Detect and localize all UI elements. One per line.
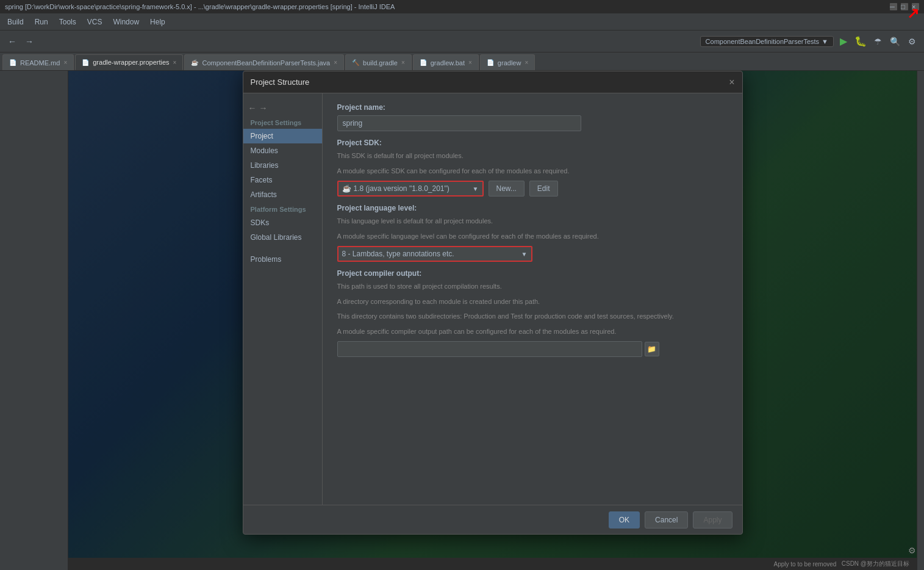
sidebar-nav-back[interactable]: ← <box>248 103 257 113</box>
compiler-label: Project compiler output: <box>337 269 728 278</box>
status-be-removed-text: to be removed <box>797 561 836 568</box>
sdk-new-btn[interactable]: New... <box>489 181 525 197</box>
tab-readme-label: README.md <box>20 59 60 67</box>
compiler-desc4: A module specific compiler output path c… <box>337 326 728 337</box>
tab-readme[interactable]: 📄 README.md × <box>2 54 74 70</box>
dialog-footer: OK Cancel Apply <box>243 505 742 534</box>
dialog-overlay: Project Structure × ← → Project Settings… <box>68 71 917 570</box>
tab-gradle-wrapper[interactable]: 📄 gradle-wrapper.properties × <box>75 54 183 70</box>
main-layout: Project Structure × ← → Project Settings… <box>0 71 924 570</box>
debug-btn[interactable]: 🐛 <box>853 34 868 49</box>
folder-icon: 📁 <box>647 345 656 353</box>
section-project-settings-label: Project Settings <box>243 115 322 129</box>
search-btn[interactable]: 🔍 <box>887 34 902 49</box>
tab-gradlew-icon: 📄 <box>487 59 494 66</box>
lang-level-label: Project language level: <box>337 204 728 212</box>
settings-gear-icon[interactable]: ⚙ <box>908 546 917 555</box>
title-text: spring [D:\workDir\work-space\practice\s… <box>5 3 395 10</box>
nav-arrows: ← → <box>243 101 322 115</box>
sidebar-item-problems[interactable]: Problems <box>243 252 322 267</box>
status-to-text: to <box>790 561 795 568</box>
run-config-chevron-icon: ▼ <box>822 38 828 45</box>
sdk-dropdown[interactable]: ☕ 1.8 (java version "1.8.0_201") ▼ <box>337 181 484 197</box>
sidebar-item-sdks[interactable]: SDKs <box>243 215 322 230</box>
tab-gradlew[interactable]: 📄 gradlew × <box>480 54 535 70</box>
sdk-edit-btn[interactable]: Edit <box>529 181 558 197</box>
sdk-icon: ☕ <box>342 184 351 193</box>
tab-build-gradle-icon: 🔨 <box>352 59 359 66</box>
watermark-text: CSDN @努力的猫近目标 <box>842 560 909 568</box>
compiler-output-input[interactable] <box>337 341 642 357</box>
tab-gradlew-close[interactable]: × <box>525 59 528 66</box>
dialog-titlebar: Project Structure × <box>243 71 742 93</box>
sdk-value: 1.8 (java version "1.8.0_201") <box>354 184 449 193</box>
dialog-content: Project name: Project SDK: This SDK is d… <box>323 93 742 505</box>
menu-bar: Build Run Tools VCS Window Help <box>0 13 924 31</box>
tab-readme-icon: 📄 <box>9 59 16 66</box>
lang-desc1: This language level is default for all p… <box>337 216 728 226</box>
coverage-btn[interactable]: ☂ <box>870 34 885 49</box>
tab-gradlew-bat-close[interactable]: × <box>468 59 472 66</box>
tab-component-bean-close[interactable]: × <box>334 59 337 66</box>
tab-readme-close[interactable]: × <box>63 59 67 66</box>
run-btn[interactable]: ▶ <box>836 34 851 49</box>
run-config-label: ComponentBeanDefinitionParserTests <box>706 38 820 45</box>
run-config-selector[interactable]: ComponentBeanDefinitionParserTests ▼ <box>700 36 834 47</box>
tab-build-gradle-close[interactable]: × <box>401 59 405 66</box>
dialog-body: ← → Project Settings Project Modules Lib… <box>243 93 742 505</box>
left-sidebar <box>0 71 68 570</box>
project-name-input[interactable] <box>337 115 581 131</box>
menu-help[interactable]: Help <box>145 16 170 27</box>
ok-btn[interactable]: OK <box>609 511 640 529</box>
sidebar-nav-fwd[interactable]: → <box>259 103 268 113</box>
editor-area: Project Structure × ← → Project Settings… <box>68 71 917 570</box>
compiler-output-folder-btn[interactable]: 📁 <box>645 342 659 356</box>
status-apply-text: Apply <box>774 561 789 568</box>
status-area: Apply to to be removed CSDN @努力的猫近目标 <box>68 558 917 570</box>
menu-window[interactable]: Window <box>108 16 144 27</box>
compiler-desc1: This path is used to store all project c… <box>337 281 728 292</box>
minimize-btn[interactable]: ─ <box>890 3 897 10</box>
tab-gradlew-bat-icon: 📄 <box>420 59 427 66</box>
apply-btn[interactable]: Apply <box>693 511 732 529</box>
tab-gradle-wrapper-label: gradle-wrapper.properties <box>93 59 169 66</box>
sdk-row: ☕ 1.8 (java version "1.8.0_201") ▼ New..… <box>337 181 728 197</box>
project-structure-dialog: Project Structure × ← → Project Settings… <box>243 71 743 535</box>
lang-level-value: 8 - Lambdas, type annotations etc. <box>342 250 454 258</box>
tab-gradlew-bat-label: gradlew.bat <box>431 59 465 67</box>
sdk-chevron-icon: ▼ <box>473 186 479 192</box>
cancel-btn[interactable]: Cancel <box>645 511 688 529</box>
menu-build[interactable]: Build <box>2 16 29 27</box>
tab-gradle-wrapper-icon: 📄 <box>82 59 89 66</box>
tab-component-bean[interactable]: ☕ ComponentBeanDefinitionParserTests.jav… <box>184 54 344 70</box>
section-platform-settings-label: Platform Settings <box>243 202 322 215</box>
project-name-label: Project name: <box>337 103 728 112</box>
title-bar: spring [D:\workDir\work-space\practice\s… <box>0 0 924 13</box>
toolbar: ← → ComponentBeanDefinitionParserTests ▼… <box>0 31 924 52</box>
lang-level-dropdown[interactable]: 8 - Lambdas, type annotations etc. ▼ <box>337 246 532 262</box>
tab-gradlew-label: gradlew <box>498 59 521 67</box>
sidebar-item-artifacts[interactable]: Artifacts <box>243 187 322 202</box>
lang-desc2: A module specific language level can be … <box>337 231 728 242</box>
compiler-output-row: 📁 <box>337 341 728 357</box>
dialog-close-btn[interactable]: × <box>729 77 734 88</box>
sidebar-item-modules[interactable]: Modules <box>243 143 322 158</box>
sdk-desc2: A module specific SDK can be configured … <box>337 166 728 176</box>
sidebar-item-facets[interactable]: Facets <box>243 173 322 187</box>
sidebar-item-project[interactable]: Project <box>243 129 322 143</box>
tab-component-bean-label: ComponentBeanDefinitionParserTests.java <box>202 59 330 67</box>
menu-tools[interactable]: Tools <box>54 16 81 27</box>
menu-run[interactable]: Run <box>30 16 53 27</box>
sdk-desc1: This SDK is default for all project modu… <box>337 151 728 161</box>
nav-forward-btn[interactable]: → <box>22 34 37 49</box>
tab-gradle-wrapper-close[interactable]: × <box>173 59 177 66</box>
settings-toolbar-btn[interactable]: ⚙ <box>904 34 919 49</box>
annotation-arrow: ↗ <box>907 5 919 22</box>
nav-back-btn[interactable]: ← <box>5 34 20 49</box>
menu-vcs[interactable]: VCS <box>82 16 107 27</box>
tab-build-gradle[interactable]: 🔨 build.gradle × <box>345 54 412 70</box>
lang-chevron-icon: ▼ <box>521 251 528 258</box>
tab-gradlew-bat[interactable]: 📄 gradlew.bat × <box>413 54 479 70</box>
sidebar-item-libraries[interactable]: Libraries <box>243 158 322 173</box>
sidebar-item-global-libraries[interactable]: Global Libraries <box>243 230 322 245</box>
